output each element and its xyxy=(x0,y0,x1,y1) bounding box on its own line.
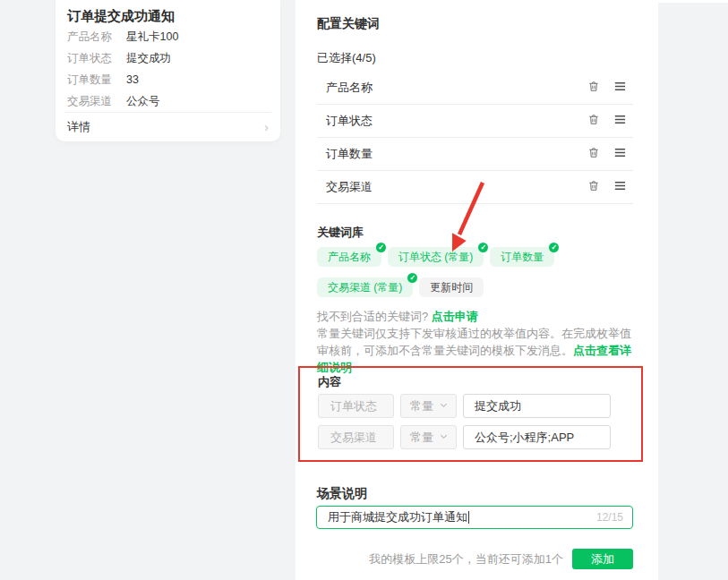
field-row: 交易渠道 公众号 xyxy=(67,90,269,112)
char-counter: 12/15 xyxy=(596,511,623,524)
keyword-input-disabled: 订单状态 xyxy=(318,394,394,418)
tag-label: 产品名称 xyxy=(328,250,371,265)
chevron-down-icon xyxy=(439,399,449,413)
keyword-tag[interactable]: 订单数量 ✓ xyxy=(490,247,554,267)
selected-keyword-row: 订单数量 xyxy=(317,138,633,171)
quota-text: 我的模板上限25个，当前还可添加1个 xyxy=(369,551,563,567)
keyword-tag[interactable]: 产品名称 ✓ xyxy=(317,247,381,267)
keyword-label: 订单状态 xyxy=(326,113,585,129)
delete-keyword-button[interactable] xyxy=(585,79,603,97)
keyword-label: 产品名称 xyxy=(326,80,585,96)
content-value-input[interactable]: 公众号;小程序;APP xyxy=(463,425,611,449)
keyword-input-disabled: 交易渠道 xyxy=(318,425,394,449)
trash-icon xyxy=(587,146,600,163)
content-value-input[interactable]: 提交成功 xyxy=(463,394,611,418)
check-badge-icon: ✓ xyxy=(407,273,417,283)
check-badge-icon: ✓ xyxy=(376,243,386,252)
field-value: 提交成功 xyxy=(126,51,171,66)
keyword-tag[interactable]: 交易渠道 (常量) ✓ xyxy=(317,277,413,297)
field-label: 产品名称 xyxy=(67,30,126,45)
drag-handle[interactable] xyxy=(611,145,629,163)
selected-keyword-list: 产品名称 订单状态 订单数量 交易渠道 xyxy=(317,72,633,204)
type-select-disabled: 常量 xyxy=(400,425,457,449)
field-value: 公众号 xyxy=(126,94,160,109)
selected-keyword-row: 交易渠道 xyxy=(317,171,633,204)
template-fields: 产品名称 星礼卡100 订单状态 提交成功 订单数量 33 交易渠道 公众号 xyxy=(67,26,269,112)
keyword-library-tags: 产品名称 ✓ 订单状态 (常量) ✓ 订单数量 ✓ 交易渠道 (常量) ✓ 更新… xyxy=(317,247,636,297)
detail-label: 详情 xyxy=(67,119,90,135)
chevron-down-icon xyxy=(439,431,449,444)
scene-section-label: 场景说明 xyxy=(317,486,367,502)
field-row: 订单状态 提交成功 xyxy=(67,47,269,69)
tag-label: 交易渠道 (常量) xyxy=(328,280,402,295)
scene-description-input[interactable]: 用于商城提交成功订单通知 12/15 xyxy=(316,506,633,529)
delete-keyword-button[interactable] xyxy=(585,178,603,196)
selected-keyword-row: 订单状态 xyxy=(317,105,633,138)
template-preview-card: 订单提交成功通知 产品名称 星礼卡100 订单状态 提交成功 订单数量 33 交… xyxy=(56,0,280,141)
detail-link-row[interactable]: 详情 › xyxy=(67,113,269,141)
drag-handle-icon xyxy=(613,80,627,97)
trash-icon xyxy=(587,179,600,196)
trash-icon xyxy=(587,113,600,130)
drag-handle[interactable] xyxy=(611,112,629,130)
type-select-value: 常量 xyxy=(410,398,433,414)
field-row: 订单数量 33 xyxy=(67,69,269,90)
text-cursor xyxy=(468,511,469,524)
check-badge-icon: ✓ xyxy=(549,243,559,252)
trash-icon xyxy=(587,80,600,97)
drag-handle[interactable] xyxy=(611,178,629,196)
keyword-hint: 找不到合适的关键词? 点击申请 xyxy=(317,309,478,325)
delete-keyword-button[interactable] xyxy=(585,112,603,130)
content-section-label: 内容 xyxy=(318,374,341,390)
drag-handle-icon xyxy=(613,113,627,130)
keyword-label: 交易渠道 xyxy=(326,179,585,195)
selected-count-label: 已选择(4/5) xyxy=(317,50,376,66)
template-title: 订单提交成功通知 xyxy=(67,7,269,24)
tag-label: 更新时间 xyxy=(430,280,473,295)
selected-keyword-row: 产品名称 xyxy=(317,72,633,105)
top-strip xyxy=(658,0,728,3)
keyword-config-panel: 配置关键词 已选择(4/5) 产品名称 订单状态 订单数量 交易渠道 xyxy=(295,0,658,580)
keyword-tag[interactable]: 订单状态 (常量) ✓ xyxy=(388,247,484,267)
field-value: 33 xyxy=(126,73,139,86)
add-template-button[interactable]: 添加 xyxy=(572,549,633,569)
field-row: 产品名称 星礼卡100 xyxy=(67,26,269,47)
tag-label: 订单状态 (常量) xyxy=(398,250,473,265)
field-label: 订单数量 xyxy=(67,72,126,88)
check-badge-icon: ✓ xyxy=(478,243,488,252)
chevron-right-icon: › xyxy=(264,119,269,134)
scene-input-value: 用于商城提交成功订单通知 xyxy=(328,509,467,525)
keyword-tag[interactable]: 更新时间 xyxy=(419,277,484,297)
keyword-library-label: 关键词库 xyxy=(317,225,364,241)
apply-keyword-link[interactable]: 点击申请 xyxy=(432,310,478,323)
content-value-text: 公众号;小程序;APP xyxy=(475,430,574,446)
template-config-page: 订单提交成功通知 产品名称 星礼卡100 订单状态 提交成功 订单数量 33 交… xyxy=(0,0,728,580)
content-row: 订单状态 常量 提交成功 xyxy=(318,394,611,418)
keyword-label: 订单数量 xyxy=(326,146,585,162)
constant-keyword-note: 常量关键词仅支持下发审核通过的枚举值内容。在完成枚举值审核前，可添加不含常量关键… xyxy=(317,325,636,376)
field-value: 星礼卡100 xyxy=(126,30,178,45)
delete-keyword-button[interactable] xyxy=(585,145,603,163)
hint-question: 找不到合适的关键词? xyxy=(317,310,432,323)
type-select-disabled: 常量 xyxy=(400,394,457,418)
drag-handle-icon xyxy=(613,179,627,196)
field-label: 订单状态 xyxy=(67,51,126,66)
content-value-text: 提交成功 xyxy=(475,398,521,414)
panel-title: 配置关键词 xyxy=(317,16,380,32)
content-row: 交易渠道 常量 公众号;小程序;APP xyxy=(318,425,611,449)
type-select-value: 常量 xyxy=(410,430,433,446)
field-label: 交易渠道 xyxy=(67,94,126,109)
tag-label: 订单数量 xyxy=(501,250,544,265)
drag-handle[interactable] xyxy=(611,79,629,97)
drag-handle-icon xyxy=(613,146,627,163)
panel-footer: 我的模板上限25个，当前还可添加1个 添加 xyxy=(317,549,633,569)
